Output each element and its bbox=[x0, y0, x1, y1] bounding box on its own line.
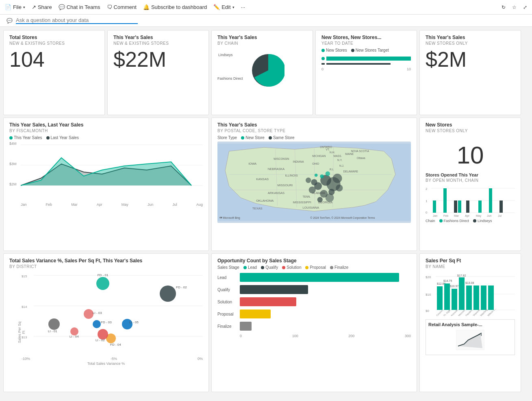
scatter-x-labels: -10% -5% 0% bbox=[22, 357, 203, 361]
edit-icon: ✏️ bbox=[213, 4, 220, 10]
sales-sqft-title: Sales Per Sq Ft bbox=[426, 258, 515, 264]
opp-bar-lead bbox=[240, 273, 399, 282]
svg-text:FD - 04: FD - 04 bbox=[110, 343, 121, 347]
svg-text:$14.75: $14.75 bbox=[443, 279, 452, 282]
svg-text:ILLINOIS: ILLINOIS bbox=[285, 174, 298, 177]
bar-jun-teal bbox=[489, 188, 492, 213]
svg-text:$17.92: $17.92 bbox=[457, 274, 466, 277]
sales-new-only-value: $2M bbox=[426, 49, 515, 70]
legend-fashions-direct: Fashions Direct bbox=[439, 219, 469, 223]
svg-text:$10.97: $10.97 bbox=[450, 285, 459, 288]
svg-text:OHIO: OHIO bbox=[312, 162, 319, 165]
new-store-dot bbox=[241, 136, 244, 139]
map-svg: IOWA NEBRASKA ILLINOIS KANSAS MISSOURI A… bbox=[217, 142, 411, 223]
bar-jan-teal bbox=[433, 200, 436, 213]
file-icon: 📄 bbox=[5, 4, 11, 10]
svg-text:N.H.: N.H. bbox=[330, 151, 335, 154]
svg-text:Jul: Jul bbox=[498, 214, 502, 217]
svg-text:$10: $10 bbox=[426, 293, 431, 296]
chat-in-teams-button[interactable]: 💬 Chat in Teams bbox=[59, 4, 100, 10]
stores-opened-chart: 2 1 0 bbox=[426, 185, 515, 218]
legend-this-year: This Year Sales bbox=[9, 135, 42, 140]
scatter-li01 bbox=[48, 318, 60, 330]
scatter-fd01 bbox=[96, 277, 109, 290]
total-stores-title: Total Stores bbox=[9, 35, 99, 40]
opportunity-card: Opportunity Count by Sales Stage Sales S… bbox=[211, 253, 417, 392]
comment-icon: 🗨 bbox=[107, 4, 112, 10]
new-stores-card: New Stores NEW STORES ONLY 10 Stores Ope… bbox=[419, 118, 521, 251]
topbar: 📄 File ▾ ↗ Share 💬 Chat in Teams 🗨 Comme… bbox=[0, 0, 532, 15]
line-chart-title: This Year Sales, Last Year Sales bbox=[9, 122, 203, 128]
svg-text:Jan: Jan bbox=[433, 214, 437, 217]
lead-dot bbox=[243, 266, 247, 269]
retail-analysis-title: Retail Analysis Sample-... bbox=[428, 322, 512, 327]
sales-sqft-card: Sales Per Sq Ft BY NAME $20 $10 $0 $12.8… bbox=[419, 253, 521, 392]
bar-monroe bbox=[459, 277, 465, 310]
svg-text:TENN.: TENN. bbox=[302, 195, 311, 198]
solution-dot bbox=[282, 266, 285, 269]
legend-new-stores: New Stores bbox=[321, 48, 347, 52]
svg-text:© 2024 TomTom, © 2024 Microsof: © 2024 TomTom, © 2024 Microsoft Corporat… bbox=[310, 216, 375, 220]
line-chart-card: This Year Sales, Last Year Sales BY FISC… bbox=[3, 118, 209, 251]
comment-button[interactable]: 🗨 Comment bbox=[107, 4, 137, 10]
scatter-li03 bbox=[84, 309, 93, 319]
star-icon[interactable]: ☆ bbox=[512, 4, 517, 10]
svg-text:Mar: Mar bbox=[454, 214, 459, 217]
bar-sharonn bbox=[473, 285, 479, 310]
svg-text:MAINE: MAINE bbox=[345, 153, 354, 155]
stores-opened-subtitle: BY OPEN MONTH, CHAIN bbox=[426, 178, 515, 183]
retail-analysis-thumb bbox=[428, 328, 512, 352]
svg-text:🗺 Microsoft Bing: 🗺 Microsoft Bing bbox=[219, 216, 240, 220]
bar-washing bbox=[481, 285, 486, 310]
svg-text:R.I.: R.I. bbox=[330, 168, 334, 171]
store-cluster-12 bbox=[306, 178, 311, 183]
more-options-button[interactable]: ··· bbox=[241, 4, 245, 10]
sales-new-only-subtitle: NEW STORES ONLY bbox=[426, 41, 515, 46]
bar-jul-dark bbox=[499, 200, 503, 213]
opp-row-proposal: Proposal bbox=[240, 309, 411, 318]
opp-label-lead: Lead bbox=[217, 275, 226, 280]
new-stores-subtitle: NEW STORES ONLY bbox=[426, 129, 515, 133]
share-icon: ↗ bbox=[32, 4, 36, 10]
line-chart-svg bbox=[21, 142, 203, 205]
edit-button[interactable]: ✏️ Edit ▾ bbox=[213, 4, 234, 10]
sales-new-only-title: This Year's Sales bbox=[426, 35, 515, 40]
pie-label-fashions: Fashions Direct bbox=[217, 76, 243, 81]
svg-text:May: May bbox=[476, 214, 482, 218]
legend-qualify: Qualify bbox=[261, 265, 278, 270]
share-button[interactable]: ↗ Share bbox=[32, 4, 52, 10]
chevron-icon: ▾ bbox=[23, 5, 25, 9]
refresh-icon[interactable]: ↻ bbox=[502, 4, 506, 10]
svg-text:$13.08: $13.08 bbox=[465, 281, 474, 284]
svg-text:1: 1 bbox=[426, 199, 428, 203]
legend-last-year: Last Year Sales bbox=[46, 135, 79, 140]
bar-knoxville bbox=[452, 289, 457, 310]
stores-opened-section: Stores Opened This Year BY OPEN MONTH, C… bbox=[426, 172, 515, 223]
svg-text:Feb: Feb bbox=[443, 214, 448, 217]
svg-text:$20: $20 bbox=[426, 275, 431, 279]
total-stores-card: Total Stores NEW & EXISTING STORES 104 bbox=[3, 30, 105, 115]
same-store-dot bbox=[269, 136, 272, 139]
bar-mar-dark bbox=[454, 200, 457, 213]
last-year-dot bbox=[46, 136, 50, 139]
question-input[interactable] bbox=[16, 17, 130, 23]
svg-text:KANSAS: KANSAS bbox=[256, 177, 269, 181]
scatter-fd02 bbox=[160, 285, 176, 302]
subscribe-button[interactable]: 🔔 Subscribe to dashboard bbox=[143, 4, 207, 10]
bar-wilson bbox=[488, 285, 494, 310]
fullscreen-icon[interactable]: ⤢ bbox=[523, 4, 527, 10]
total-stores-subtitle: NEW & EXISTING STORES bbox=[9, 41, 99, 46]
topbar-right: ↻ ☆ ⤢ bbox=[502, 4, 527, 10]
store-cluster-4 bbox=[333, 174, 342, 183]
svg-text:LI - 02: LI - 02 bbox=[96, 338, 105, 342]
new-store-dot-3 bbox=[326, 171, 330, 176]
file-menu[interactable]: 📄 File ▾ bbox=[5, 4, 25, 10]
svg-text:NOVA SCOTIA: NOVA SCOTIA bbox=[351, 150, 369, 153]
svg-text:FD - 03: FD - 03 bbox=[101, 320, 112, 324]
new-store-dot-2 bbox=[315, 174, 318, 177]
line-chart-legend: This Year Sales Last Year Sales bbox=[9, 135, 203, 140]
sqft-chart-area: $20 $10 $0 $12.86 $14.75 $10.97 $17.92 $… bbox=[426, 271, 515, 316]
this-year-sales-subtitle: NEW & EXISTING STORES bbox=[113, 41, 203, 46]
svg-text:$13: $13 bbox=[22, 336, 27, 339]
opp-label-solution: Solution bbox=[217, 300, 232, 304]
